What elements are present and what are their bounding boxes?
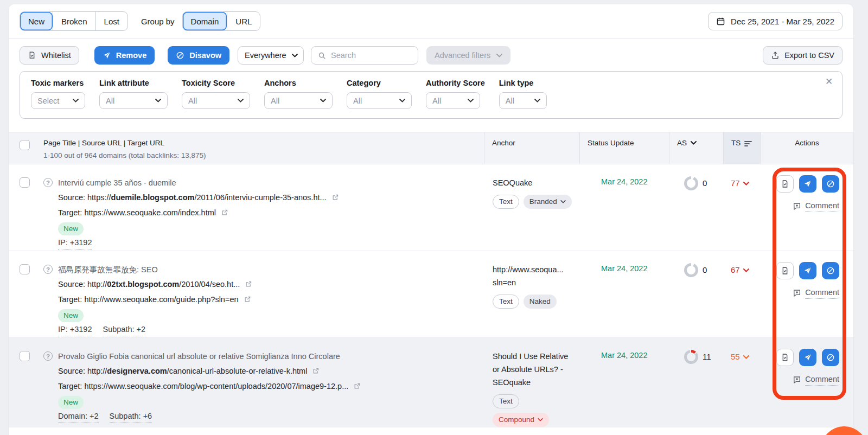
anchors-select[interactable]: All <box>264 92 333 109</box>
anchor-text: http://www.seoqua... sln=en <box>493 263 574 289</box>
header-status-update: Status Update <box>579 132 669 164</box>
row-actions: Comment <box>760 338 853 427</box>
tab-new[interactable]: New <box>20 12 53 30</box>
tab-broken[interactable]: Broken <box>53 12 95 30</box>
header-main-subtitle: 1-100 out of 964 domains (total backlink… <box>43 151 206 159</box>
source-url-line: Source: http://designerva.com/canonical-… <box>58 364 361 379</box>
export-csv-button[interactable]: Export to CSV <box>763 46 843 65</box>
date-range-value: Dec 25, 2021 - Mar 25, 2022 <box>731 17 834 26</box>
advanced-filters-button[interactable]: Advanced filters <box>426 46 510 65</box>
anchor-tag-text[interactable]: Text <box>493 295 519 309</box>
help-icon[interactable] <box>43 351 53 361</box>
filter-value: All <box>106 97 114 105</box>
advanced-filters-label: Advanced filters <box>435 51 490 60</box>
disavow-row-button[interactable] <box>822 175 839 193</box>
filter-value: Select <box>37 97 59 105</box>
chevron-down-icon <box>534 99 540 103</box>
whitelist-row-button[interactable] <box>776 349 794 366</box>
close-icon[interactable] <box>824 76 834 87</box>
ts-value: 67 <box>731 265 740 274</box>
ip-meta[interactable]: IP: +3192 <box>58 236 92 250</box>
comment-link[interactable]: Comment <box>793 287 839 299</box>
search-box <box>311 46 418 65</box>
whitelist-label: Whitelist <box>41 51 71 60</box>
external-link-icon[interactable] <box>354 382 361 391</box>
external-link-icon[interactable] <box>312 367 320 376</box>
as-donut <box>684 350 698 364</box>
target-url-line: Target: https://www.seoquake.com/index.h… <box>58 206 339 221</box>
row-checkbox[interactable] <box>20 177 30 188</box>
block-icon <box>176 51 184 60</box>
remove-row-button[interactable] <box>799 349 816 366</box>
group-by-tabs: Domain URL <box>182 11 261 31</box>
as-value: 0 <box>703 263 707 277</box>
remove-button[interactable]: Remove <box>94 46 155 65</box>
remove-row-button[interactable] <box>799 262 816 279</box>
remove-label: Remove <box>116 51 146 60</box>
help-icon[interactable] <box>43 178 53 187</box>
external-link-icon[interactable] <box>245 280 252 289</box>
row-checkbox[interactable] <box>20 264 30 274</box>
header-as[interactable]: AS <box>669 132 723 164</box>
target-url-line: Target: http://www.seoquake.com/guide.ph… <box>58 292 252 308</box>
toxic-markers-select[interactable]: Select <box>31 92 85 109</box>
subpath-meta[interactable]: Subpath: +6 <box>110 410 152 423</box>
link-attribute-select[interactable]: All <box>99 92 168 109</box>
subpath-meta[interactable]: Subpath: +2 <box>103 323 145 336</box>
external-link-icon[interactable] <box>244 296 251 304</box>
comment-link[interactable]: Comment <box>793 200 839 212</box>
anchor-tag-text[interactable]: Text <box>493 394 519 408</box>
domain-meta[interactable]: Domain: +2 <box>58 410 99 423</box>
chevron-down-icon <box>320 99 326 103</box>
category-select[interactable]: All <box>347 92 412 109</box>
comment-plus-icon <box>793 202 801 210</box>
row-actions: Comment <box>760 164 853 251</box>
page-title: Interviú cumple 35 años - duemile <box>58 176 339 190</box>
disavow-button[interactable]: Disavow <box>168 46 229 65</box>
as-value: 0 <box>703 176 707 190</box>
remove-row-button[interactable] <box>799 175 816 193</box>
help-icon[interactable] <box>43 265 53 274</box>
ts-value: 55 <box>731 352 740 361</box>
toxicity-score-cell[interactable]: 77 <box>723 164 760 251</box>
header-ts[interactable]: TS <box>723 132 760 164</box>
ip-meta[interactable]: IP: +3192 <box>58 323 92 336</box>
whitelist-button[interactable]: Whitelist <box>20 46 79 65</box>
filter-link-type: Link type All <box>499 79 547 109</box>
header-main-title: Page Title | Source URL | Target URL <box>43 139 164 147</box>
calendar-icon <box>716 17 725 26</box>
toxicity-score-select[interactable]: All <box>182 92 250 109</box>
link-type-select[interactable]: All <box>499 92 547 109</box>
external-link-icon[interactable] <box>221 209 228 218</box>
export-icon <box>771 51 780 60</box>
anchor-tag-compound[interactable]: Compound <box>493 413 549 427</box>
row-checkbox[interactable] <box>20 351 30 361</box>
search-input[interactable] <box>331 51 411 60</box>
export-csv-label: Export to CSV <box>784 51 834 60</box>
whitelist-row-button[interactable] <box>776 175 794 193</box>
toxicity-score-cell[interactable]: 55 <box>723 338 760 427</box>
whitelist-row-button[interactable] <box>776 262 794 279</box>
select-all-checkbox[interactable] <box>20 140 30 150</box>
anchor-tag-naked[interactable]: Naked <box>524 295 557 309</box>
authority-score-select[interactable]: All <box>426 92 480 109</box>
toxicity-score-cell[interactable]: 67 <box>723 251 760 337</box>
scope-select[interactable]: Everywhere <box>238 46 304 65</box>
status-update-date: Mar 24, 2022 <box>579 164 669 251</box>
chevron-down-icon <box>743 268 749 272</box>
disavow-row-button[interactable] <box>822 349 839 366</box>
anchor-tag-branded[interactable]: Branded <box>524 195 572 209</box>
anchor-cell: http://www.seoqua... sln=en Text Naked <box>484 251 579 337</box>
filter-authority-score: Authority Score All <box>426 79 485 109</box>
top-bar: New Broken Lost Group by Domain URL Dec … <box>9 4 853 39</box>
date-range-picker[interactable]: Dec 25, 2021 - Mar 25, 2022 <box>708 12 843 30</box>
tab-url[interactable]: URL <box>227 12 260 30</box>
header-checkbox-cell <box>9 132 39 164</box>
comment-link[interactable]: Comment <box>793 374 839 386</box>
view-tabs: New Broken Lost <box>20 11 128 31</box>
external-link-icon[interactable] <box>332 194 339 202</box>
disavow-row-button[interactable] <box>822 262 839 279</box>
tab-domain[interactable]: Domain <box>183 12 227 30</box>
tab-lost[interactable]: Lost <box>95 12 127 30</box>
anchor-tag-text[interactable]: Text <box>493 195 519 209</box>
